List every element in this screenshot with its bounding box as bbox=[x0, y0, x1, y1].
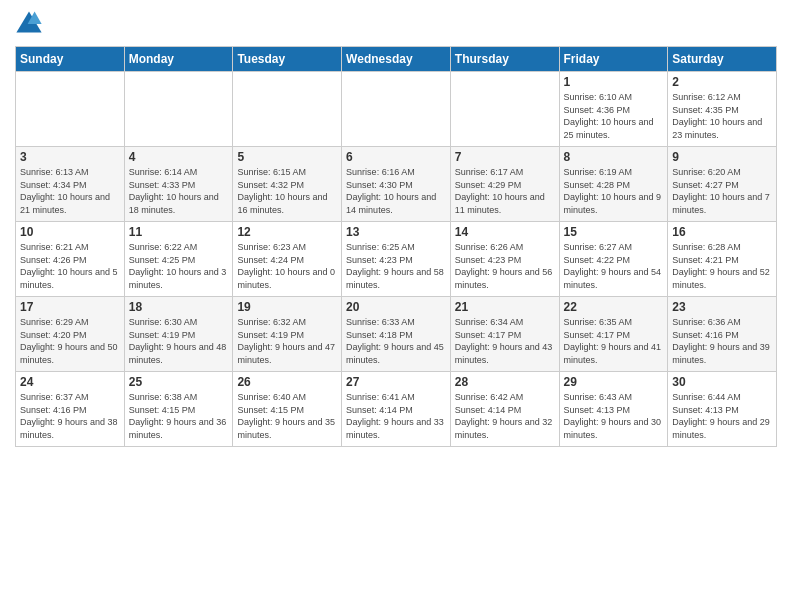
day-number: 2 bbox=[672, 75, 772, 89]
calendar-cell: 21Sunrise: 6:34 AM Sunset: 4:17 PM Dayli… bbox=[450, 297, 559, 372]
day-info: Sunrise: 6:22 AM Sunset: 4:25 PM Dayligh… bbox=[129, 241, 229, 291]
calendar-cell: 6Sunrise: 6:16 AM Sunset: 4:30 PM Daylig… bbox=[342, 147, 451, 222]
calendar-cell: 11Sunrise: 6:22 AM Sunset: 4:25 PM Dayli… bbox=[124, 222, 233, 297]
day-info: Sunrise: 6:26 AM Sunset: 4:23 PM Dayligh… bbox=[455, 241, 555, 291]
day-info: Sunrise: 6:25 AM Sunset: 4:23 PM Dayligh… bbox=[346, 241, 446, 291]
day-info: Sunrise: 6:44 AM Sunset: 4:13 PM Dayligh… bbox=[672, 391, 772, 441]
weekday-header-saturday: Saturday bbox=[668, 47, 777, 72]
calendar-week-3: 10Sunrise: 6:21 AM Sunset: 4:26 PM Dayli… bbox=[16, 222, 777, 297]
logo bbox=[15, 10, 47, 38]
calendar-cell: 8Sunrise: 6:19 AM Sunset: 4:28 PM Daylig… bbox=[559, 147, 668, 222]
day-info: Sunrise: 6:27 AM Sunset: 4:22 PM Dayligh… bbox=[564, 241, 664, 291]
day-info: Sunrise: 6:33 AM Sunset: 4:18 PM Dayligh… bbox=[346, 316, 446, 366]
logo-icon bbox=[15, 10, 43, 38]
calendar-cell: 9Sunrise: 6:20 AM Sunset: 4:27 PM Daylig… bbox=[668, 147, 777, 222]
calendar-week-5: 24Sunrise: 6:37 AM Sunset: 4:16 PM Dayli… bbox=[16, 372, 777, 447]
day-info: Sunrise: 6:34 AM Sunset: 4:17 PM Dayligh… bbox=[455, 316, 555, 366]
calendar-cell bbox=[342, 72, 451, 147]
day-number: 15 bbox=[564, 225, 664, 239]
day-number: 13 bbox=[346, 225, 446, 239]
day-info: Sunrise: 6:10 AM Sunset: 4:36 PM Dayligh… bbox=[564, 91, 664, 141]
day-number: 22 bbox=[564, 300, 664, 314]
weekday-header-wednesday: Wednesday bbox=[342, 47, 451, 72]
calendar-cell: 25Sunrise: 6:38 AM Sunset: 4:15 PM Dayli… bbox=[124, 372, 233, 447]
day-info: Sunrise: 6:43 AM Sunset: 4:13 PM Dayligh… bbox=[564, 391, 664, 441]
calendar-cell: 2Sunrise: 6:12 AM Sunset: 4:35 PM Daylig… bbox=[668, 72, 777, 147]
day-info: Sunrise: 6:36 AM Sunset: 4:16 PM Dayligh… bbox=[672, 316, 772, 366]
calendar-cell: 28Sunrise: 6:42 AM Sunset: 4:14 PM Dayli… bbox=[450, 372, 559, 447]
day-info: Sunrise: 6:19 AM Sunset: 4:28 PM Dayligh… bbox=[564, 166, 664, 216]
calendar-cell: 20Sunrise: 6:33 AM Sunset: 4:18 PM Dayli… bbox=[342, 297, 451, 372]
day-info: Sunrise: 6:32 AM Sunset: 4:19 PM Dayligh… bbox=[237, 316, 337, 366]
day-number: 19 bbox=[237, 300, 337, 314]
calendar-cell: 22Sunrise: 6:35 AM Sunset: 4:17 PM Dayli… bbox=[559, 297, 668, 372]
calendar-cell: 30Sunrise: 6:44 AM Sunset: 4:13 PM Dayli… bbox=[668, 372, 777, 447]
calendar-cell: 14Sunrise: 6:26 AM Sunset: 4:23 PM Dayli… bbox=[450, 222, 559, 297]
day-number: 17 bbox=[20, 300, 120, 314]
weekday-header-row: SundayMondayTuesdayWednesdayThursdayFrid… bbox=[16, 47, 777, 72]
day-number: 24 bbox=[20, 375, 120, 389]
day-number: 9 bbox=[672, 150, 772, 164]
weekday-header-monday: Monday bbox=[124, 47, 233, 72]
day-number: 30 bbox=[672, 375, 772, 389]
calendar-week-4: 17Sunrise: 6:29 AM Sunset: 4:20 PM Dayli… bbox=[16, 297, 777, 372]
calendar-cell: 29Sunrise: 6:43 AM Sunset: 4:13 PM Dayli… bbox=[559, 372, 668, 447]
day-info: Sunrise: 6:30 AM Sunset: 4:19 PM Dayligh… bbox=[129, 316, 229, 366]
calendar-cell: 3Sunrise: 6:13 AM Sunset: 4:34 PM Daylig… bbox=[16, 147, 125, 222]
day-number: 12 bbox=[237, 225, 337, 239]
weekday-header-thursday: Thursday bbox=[450, 47, 559, 72]
calendar-cell: 27Sunrise: 6:41 AM Sunset: 4:14 PM Dayli… bbox=[342, 372, 451, 447]
day-number: 7 bbox=[455, 150, 555, 164]
calendar-cell: 17Sunrise: 6:29 AM Sunset: 4:20 PM Dayli… bbox=[16, 297, 125, 372]
day-info: Sunrise: 6:17 AM Sunset: 4:29 PM Dayligh… bbox=[455, 166, 555, 216]
day-info: Sunrise: 6:29 AM Sunset: 4:20 PM Dayligh… bbox=[20, 316, 120, 366]
calendar-cell: 7Sunrise: 6:17 AM Sunset: 4:29 PM Daylig… bbox=[450, 147, 559, 222]
calendar-cell: 16Sunrise: 6:28 AM Sunset: 4:21 PM Dayli… bbox=[668, 222, 777, 297]
day-number: 25 bbox=[129, 375, 229, 389]
calendar-cell: 13Sunrise: 6:25 AM Sunset: 4:23 PM Dayli… bbox=[342, 222, 451, 297]
day-info: Sunrise: 6:35 AM Sunset: 4:17 PM Dayligh… bbox=[564, 316, 664, 366]
calendar-table: SundayMondayTuesdayWednesdayThursdayFrid… bbox=[15, 46, 777, 447]
calendar-cell: 19Sunrise: 6:32 AM Sunset: 4:19 PM Dayli… bbox=[233, 297, 342, 372]
day-info: Sunrise: 6:20 AM Sunset: 4:27 PM Dayligh… bbox=[672, 166, 772, 216]
calendar-cell: 1Sunrise: 6:10 AM Sunset: 4:36 PM Daylig… bbox=[559, 72, 668, 147]
day-info: Sunrise: 6:40 AM Sunset: 4:15 PM Dayligh… bbox=[237, 391, 337, 441]
day-number: 26 bbox=[237, 375, 337, 389]
calendar-cell: 26Sunrise: 6:40 AM Sunset: 4:15 PM Dayli… bbox=[233, 372, 342, 447]
day-info: Sunrise: 6:42 AM Sunset: 4:14 PM Dayligh… bbox=[455, 391, 555, 441]
day-info: Sunrise: 6:12 AM Sunset: 4:35 PM Dayligh… bbox=[672, 91, 772, 141]
day-number: 27 bbox=[346, 375, 446, 389]
day-number: 16 bbox=[672, 225, 772, 239]
day-number: 6 bbox=[346, 150, 446, 164]
day-info: Sunrise: 6:14 AM Sunset: 4:33 PM Dayligh… bbox=[129, 166, 229, 216]
calendar-week-1: 1Sunrise: 6:10 AM Sunset: 4:36 PM Daylig… bbox=[16, 72, 777, 147]
calendar-cell: 10Sunrise: 6:21 AM Sunset: 4:26 PM Dayli… bbox=[16, 222, 125, 297]
weekday-header-friday: Friday bbox=[559, 47, 668, 72]
calendar-cell: 12Sunrise: 6:23 AM Sunset: 4:24 PM Dayli… bbox=[233, 222, 342, 297]
calendar-cell: 18Sunrise: 6:30 AM Sunset: 4:19 PM Dayli… bbox=[124, 297, 233, 372]
day-number: 4 bbox=[129, 150, 229, 164]
day-info: Sunrise: 6:21 AM Sunset: 4:26 PM Dayligh… bbox=[20, 241, 120, 291]
calendar-cell bbox=[124, 72, 233, 147]
calendar-cell bbox=[450, 72, 559, 147]
day-number: 14 bbox=[455, 225, 555, 239]
calendar-cell: 5Sunrise: 6:15 AM Sunset: 4:32 PM Daylig… bbox=[233, 147, 342, 222]
calendar-cell bbox=[16, 72, 125, 147]
calendar-cell: 4Sunrise: 6:14 AM Sunset: 4:33 PM Daylig… bbox=[124, 147, 233, 222]
day-number: 23 bbox=[672, 300, 772, 314]
calendar-week-2: 3Sunrise: 6:13 AM Sunset: 4:34 PM Daylig… bbox=[16, 147, 777, 222]
day-number: 29 bbox=[564, 375, 664, 389]
day-number: 21 bbox=[455, 300, 555, 314]
day-number: 1 bbox=[564, 75, 664, 89]
day-info: Sunrise: 6:41 AM Sunset: 4:14 PM Dayligh… bbox=[346, 391, 446, 441]
day-number: 20 bbox=[346, 300, 446, 314]
day-info: Sunrise: 6:16 AM Sunset: 4:30 PM Dayligh… bbox=[346, 166, 446, 216]
calendar-cell: 23Sunrise: 6:36 AM Sunset: 4:16 PM Dayli… bbox=[668, 297, 777, 372]
day-info: Sunrise: 6:15 AM Sunset: 4:32 PM Dayligh… bbox=[237, 166, 337, 216]
day-number: 10 bbox=[20, 225, 120, 239]
calendar-cell: 24Sunrise: 6:37 AM Sunset: 4:16 PM Dayli… bbox=[16, 372, 125, 447]
weekday-header-sunday: Sunday bbox=[16, 47, 125, 72]
day-info: Sunrise: 6:13 AM Sunset: 4:34 PM Dayligh… bbox=[20, 166, 120, 216]
day-number: 5 bbox=[237, 150, 337, 164]
calendar-cell bbox=[233, 72, 342, 147]
